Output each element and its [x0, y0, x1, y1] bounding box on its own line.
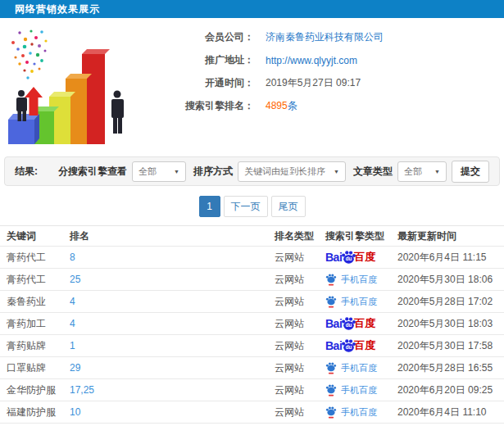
keyword-cell: 膏药代工	[0, 251, 70, 265]
growth-chart-illustration	[0, 25, 148, 154]
page-button-next[interactable]: 下一页	[224, 196, 268, 217]
engine-rank-row: 搜索引擎排名： 4895条	[148, 98, 504, 114]
rank-link[interactable]: 1	[70, 340, 75, 351]
sort-label: 排序方式	[193, 165, 233, 179]
engine-rank-value: 4895条	[266, 99, 297, 113]
article-type-selected: 全部	[404, 165, 422, 178]
baidu-logo-bai: Bai	[325, 251, 342, 264]
table-row: 金华防护服17,25云网站手机百度2020年6月20日 09:25	[0, 379, 504, 401]
open-time-value: 2019年5月27日 09:17	[266, 76, 361, 90]
rank-link[interactable]: 17,25	[70, 384, 94, 396]
article-type-select[interactable]: 全部 ▼	[397, 161, 447, 182]
sort-select[interactable]: 关键词由短到长排序 ▼	[238, 161, 346, 182]
rank-type-cell: 云网站	[275, 295, 325, 309]
rank-cell: 10	[70, 406, 275, 418]
engine-rank-count: 4895	[266, 100, 288, 111]
keyword-cell: 口罩贴牌	[0, 361, 70, 375]
updated-time-cell: 2020年5月30日 18:03	[397, 317, 504, 331]
member-company-row: 会员公司： 济南秦鲁药业科技有限公司	[148, 29, 504, 45]
rank-link[interactable]: 25	[70, 274, 80, 285]
baidu-logo-cn: 百度	[354, 316, 375, 331]
mobile-baidu-label: 手机百度	[341, 384, 377, 397]
filter-controls: 分搜索引擎查看 全部 ▼ 排序方式 关键词由短到长排序 ▼ 文章类型 全部 ▼ …	[56, 161, 489, 183]
keyword-cell: 福建防护服	[0, 406, 70, 419]
updated-time-cell: 2020年6月4日 11:10	[397, 406, 504, 419]
baidu-logo: Baidu百度	[325, 315, 375, 333]
table-row: 膏药加工4云网站Baidu百度2020年5月30日 18:03	[0, 313, 504, 335]
page-title: 网络营销效果展示	[15, 3, 100, 15]
submit-button[interactable]: 提交	[452, 161, 489, 183]
rank-link[interactable]: 29	[70, 362, 80, 374]
member-company-link[interactable]: 济南秦鲁药业科技有限公司	[266, 30, 384, 44]
page-title-bar: 网络营销效果展示	[0, 0, 504, 18]
mobile-baidu-paw-icon	[325, 406, 337, 419]
table-row: 膏药贴牌1云网站Baidu百度2020年5月30日 17:58	[0, 335, 504, 357]
rank-link[interactable]: 8	[70, 252, 75, 263]
column-header-2: 排名类型	[275, 229, 325, 243]
rank-type-cell: 云网站	[275, 317, 325, 331]
rank-link[interactable]: 4	[70, 318, 75, 329]
mobile-baidu-logo: 手机百度	[325, 383, 377, 397]
svg-text:du: du	[346, 322, 352, 328]
keyword-cell: 膏药代工	[0, 273, 70, 287]
growth-chart-image	[3, 25, 144, 149]
baidu-logo-bai: Bai	[325, 317, 342, 330]
column-header-0: 关键词	[0, 229, 70, 243]
caret-down-icon: ▼	[434, 169, 440, 174]
rank-cell: 4	[70, 296, 275, 307]
promo-url-label: 推广地址：	[148, 53, 254, 67]
column-header-3: 搜索引擎类型	[325, 229, 397, 243]
engine-rank-unit: 条	[288, 100, 297, 111]
caret-down-icon: ▼	[174, 169, 179, 174]
rank-type-cell: 云网站	[275, 339, 325, 353]
mobile-baidu-label: 手机百度	[341, 362, 377, 374]
rank-cell: 25	[70, 274, 275, 285]
baidu-logo-cn: 百度	[354, 250, 375, 265]
engine-cell: 手机百度	[325, 273, 397, 286]
column-header-1: 排名	[70, 229, 275, 243]
engine-view-selected: 全部	[138, 165, 157, 178]
pagination: 1 下一页 尾页	[0, 196, 504, 217]
sort-selected: 关键词由短到长排序	[244, 165, 325, 178]
mobile-baidu-logo: 手机百度	[325, 295, 377, 308]
mobile-baidu-label: 手机百度	[341, 274, 377, 286]
promo-url-link[interactable]: http://www.qlyyjt.com	[266, 55, 357, 66]
keyword-ranking-table: 关键词排名排名类型搜索引擎类型最新更新时间 膏药代工8云网站Baidu百度202…	[0, 225, 504, 426]
engine-view-label: 分搜索引擎查看	[58, 165, 127, 179]
updated-time-cell: 2020年5月28日 16:55	[397, 361, 504, 375]
table-row: 膏药代工25云网站手机百度2020年5月30日 18:06	[0, 269, 504, 291]
mobile-baidu-logo: 手机百度	[325, 273, 377, 286]
summary-section: 会员公司： 济南秦鲁药业科技有限公司 推广地址： http://www.qlyy…	[0, 18, 504, 154]
mobile-baidu-paw-icon	[325, 273, 337, 286]
rank-cell: 4	[70, 318, 275, 329]
rank-cell: 8	[70, 252, 275, 263]
updated-time-cell: 2020年6月20日 09:25	[397, 383, 504, 397]
results-filter-bar: 结果: 分搜索引擎查看 全部 ▼ 排序方式 关键词由短到长排序 ▼ 文章类型 全…	[4, 156, 500, 186]
bars	[8, 49, 110, 144]
mobile-baidu-logo: 手机百度	[325, 406, 377, 419]
rank-type-cell: 云网站	[275, 273, 325, 287]
article-type-label: 文章类型	[353, 165, 393, 179]
results-label: 结果:	[15, 165, 38, 179]
rank-cell: 17,25	[70, 384, 275, 396]
caret-down-icon: ▼	[334, 169, 339, 174]
rank-type-cell: 云网站	[275, 251, 325, 265]
confetti	[11, 29, 48, 79]
engine-view-select[interactable]: 全部 ▼	[132, 161, 186, 182]
updated-time-cell: 2020年5月30日 17:58	[397, 339, 504, 353]
page-button-current[interactable]: 1	[199, 196, 220, 217]
keyword-cell: 膏药加工	[0, 317, 70, 331]
table-header-row: 关键词排名排名类型搜索引擎类型最新更新时间	[0, 225, 504, 247]
mobile-baidu-paw-icon	[325, 361, 337, 374]
engine-cell: Baidu百度	[325, 338, 397, 355]
businessman-right	[111, 91, 124, 134]
rank-type-cell: 云网站	[275, 383, 325, 397]
rank-link[interactable]: 10	[70, 406, 80, 418]
member-company-label: 会员公司：	[148, 30, 254, 44]
rank-type-cell: 云网站	[275, 361, 325, 375]
page-button-last[interactable]: 尾页	[271, 196, 306, 217]
rank-link[interactable]: 4	[70, 296, 75, 307]
open-time-label: 开通时间：	[148, 76, 254, 90]
mobile-baidu-label: 手机百度	[341, 296, 377, 308]
mobile-baidu-paw-icon	[325, 295, 337, 308]
